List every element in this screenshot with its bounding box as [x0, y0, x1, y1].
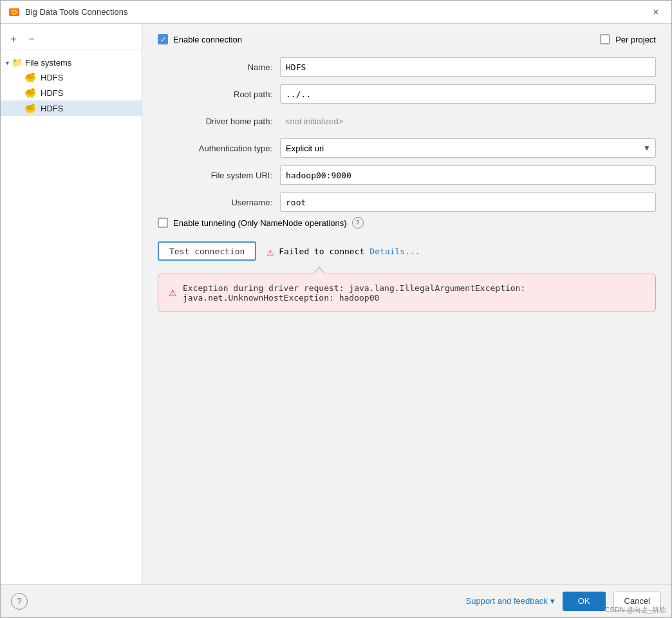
test-connection-button[interactable]: Test connection [158, 241, 256, 261]
sidebar-toolbar: + − [1, 29, 142, 50]
window-title: Big Data Tools Connections [25, 7, 127, 17]
auth-type-select[interactable]: Explicit uri Simple Kerberos [280, 138, 656, 158]
top-bar: ✓ Enable connection Per project [158, 34, 656, 44]
name-row: Name: [158, 57, 656, 77]
form-section: Name: Root path: Driver home path: <not … [158, 57, 656, 212]
username-row: Username: [158, 192, 656, 212]
file-system-uri-row: File system URI: [158, 165, 656, 185]
file-system-uri-label: File system URI: [158, 171, 280, 180]
svg-rect-13 [28, 95, 29, 98]
title-bar-left: Big Data Tools Connections [8, 6, 127, 18]
error-line-1: Exception during driver request: java.la… [183, 283, 525, 293]
tunneling-row: Enable tunneling (Only NameNode operatio… [158, 217, 656, 229]
tree-item-label-1: HDFS [41, 73, 63, 82]
dialog-window: Big Data Tools Connections × + − ▾ 📁 Fil… [0, 0, 672, 618]
name-label: Name: [158, 62, 280, 72]
per-project-checkbox[interactable] [600, 34, 610, 44]
failed-message: ⚠ Failed to connect Details... [266, 245, 420, 258]
add-connection-button[interactable]: + [6, 32, 21, 47]
auth-type-row: Authentication type: Explicit uri Simple… [158, 138, 656, 158]
app-icon [8, 6, 20, 18]
svg-point-2 [13, 11, 15, 14]
tunneling-checkbox[interactable] [158, 218, 168, 228]
bottom-bar: ? Support and feedback ▾ OK Cancel [1, 584, 671, 617]
enable-connection-row: ✓ Enable connection [158, 34, 242, 44]
details-link[interactable]: Details... [369, 247, 420, 256]
support-and-feedback-link[interactable]: Support and feedback ▾ [466, 596, 555, 606]
svg-rect-7 [28, 80, 29, 82]
tree-item-hdfs-1[interactable]: HDFS [1, 70, 142, 85]
tree-item-label-3: HDFS [41, 104, 63, 113]
driver-home-path-label: Driver home path: [158, 117, 280, 126]
error-tooltip-icon: ⚠ [169, 284, 176, 299]
enable-connection-checkbox[interactable]: ✓ [158, 34, 168, 44]
tree-item-hdfs-2[interactable]: HDFS [1, 85, 142, 100]
failed-error-icon: ⚠ [266, 245, 274, 258]
enable-connection-label: Enable connection [173, 35, 242, 44]
root-path-input[interactable] [280, 84, 656, 104]
tunneling-label: Enable tunneling (Only NameNode operatio… [173, 218, 347, 228]
per-project-label: Per project [615, 35, 656, 44]
error-tooltip: ⚠ Exception during driver request: java.… [158, 274, 656, 312]
tree-root-label: File systems [25, 58, 71, 68]
tree-container: ▾ 📁 File systems HDFS [1, 53, 142, 584]
file-system-uri-input[interactable] [280, 165, 656, 185]
tree-root-filesystems[interactable]: ▾ 📁 File systems [1, 55, 142, 70]
svg-point-12 [32, 89, 34, 91]
driver-home-path-value: <not initialized> [280, 111, 656, 131]
username-input[interactable] [280, 192, 656, 212]
username-label: Username: [158, 198, 280, 207]
sidebar: + − ▾ 📁 File systems [1, 24, 142, 584]
expand-chevron-icon: ▾ [6, 59, 9, 66]
folder-icon: 📁 [12, 57, 23, 68]
svg-rect-14 [32, 95, 33, 98]
hdfs-icon-3 [24, 102, 37, 114]
driver-home-path-row: Driver home path: <not initialized> [158, 111, 656, 131]
svg-point-6 [32, 73, 34, 75]
tree-item-label-2: HDFS [41, 88, 63, 98]
watermark: CSDN @向之_所欣 [604, 605, 666, 615]
support-label: Support and feedback [466, 596, 548, 606]
help-button[interactable]: ? [11, 593, 28, 610]
close-button[interactable]: × [648, 5, 664, 20]
main-content: + − ▾ 📁 File systems [1, 24, 671, 584]
remove-connection-button[interactable]: − [24, 32, 39, 47]
error-line-2: java.net.UnknownHostException: hadoop00 [183, 293, 525, 303]
test-connection-area: Test connection ⚠ Failed to connect Deta… [158, 241, 656, 261]
ok-button[interactable]: OK [563, 592, 606, 611]
failed-text: Failed to connect [279, 247, 364, 256]
root-path-label: Root path: [158, 89, 280, 99]
svg-rect-8 [32, 80, 33, 82]
name-input[interactable] [280, 57, 656, 77]
hdfs-icon-2 [24, 87, 37, 98]
tunneling-help-icon[interactable]: ? [352, 217, 364, 229]
root-path-row: Root path: [158, 84, 656, 104]
auth-type-label: Authentication type: [158, 144, 280, 153]
svg-point-18 [32, 104, 34, 106]
auth-type-wrapper: Explicit uri Simple Kerberos ▼ [280, 138, 656, 158]
per-project-row: Per project [600, 34, 656, 44]
error-tooltip-content: Exception during driver request: java.la… [183, 283, 525, 303]
support-dropdown-icon: ▾ [550, 596, 555, 606]
svg-rect-20 [32, 111, 33, 113]
tree-item-hdfs-3[interactable]: HDFS [1, 100, 142, 116]
title-bar: Big Data Tools Connections × [1, 1, 671, 24]
right-panel: ✓ Enable connection Per project Name: Ro… [142, 24, 671, 584]
hdfs-icon-1 [24, 71, 37, 83]
svg-rect-19 [28, 111, 29, 113]
